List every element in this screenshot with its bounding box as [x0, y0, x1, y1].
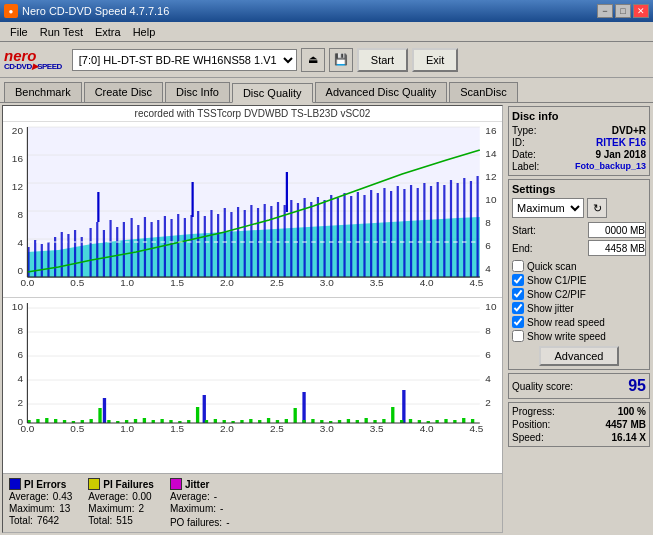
svg-rect-26: [54, 237, 56, 277]
svg-rect-82: [430, 186, 432, 277]
svg-rect-81: [423, 183, 425, 277]
svg-text:4.0: 4.0: [420, 423, 434, 433]
svg-text:3.0: 3.0: [320, 423, 334, 433]
svg-text:0: 0: [17, 265, 23, 275]
svg-text:2: 2: [485, 397, 491, 407]
svg-rect-34: [109, 220, 111, 277]
svg-text:4.5: 4.5: [470, 423, 484, 433]
svg-text:6: 6: [485, 240, 491, 250]
svg-rect-28: [67, 234, 69, 277]
minimize-button[interactable]: −: [597, 4, 613, 18]
svg-rect-65: [317, 197, 319, 277]
speed-select[interactable]: Maximum: [512, 198, 584, 218]
svg-rect-64: [310, 202, 312, 277]
svg-text:2.0: 2.0: [220, 423, 234, 433]
po-failures-label: PO failures:: [170, 517, 222, 528]
drive-selector[interactable]: [7:0] HL-DT-ST BD-RE WH16NS58 1.V1: [72, 49, 297, 71]
pi-errors-avg-label: Average:: [9, 491, 49, 502]
svg-text:12: 12: [12, 181, 23, 191]
jitter-max-label: Maximum:: [170, 503, 216, 514]
svg-rect-152: [249, 419, 252, 423]
svg-rect-91: [192, 182, 194, 217]
pi-failures-max-value: 2: [138, 503, 144, 514]
svg-rect-30: [81, 237, 83, 277]
tab-bar: Benchmark Create Disc Disc Info Disc Qua…: [0, 78, 653, 102]
svg-rect-41: [157, 220, 159, 277]
tab-scan-disc[interactable]: ScanDisc: [449, 82, 517, 102]
close-button[interactable]: ✕: [633, 4, 649, 18]
settings-refresh-button[interactable]: ↻: [587, 198, 607, 218]
date-label: Date:: [512, 149, 536, 160]
settings-section: Settings Maximum ↻ Start: End:: [508, 179, 650, 370]
svg-rect-88: [470, 181, 472, 277]
start-mb-input[interactable]: [588, 222, 646, 238]
window-title: Nero CD-DVD Speed 4.7.7.16: [22, 5, 169, 17]
svg-text:8: 8: [485, 325, 491, 335]
svg-text:4: 4: [485, 263, 491, 273]
pi-failures-avg-value: 0.00: [132, 491, 151, 502]
tab-disc-quality[interactable]: Disc Quality: [232, 83, 313, 103]
settings-title: Settings: [512, 183, 646, 195]
disc-info-section: Disc info Type: DVD+R ID: RITEK F16 Date…: [508, 106, 650, 176]
svg-rect-57: [264, 204, 266, 277]
svg-rect-39: [144, 217, 146, 277]
pi-failures-total-label: Total:: [88, 515, 112, 526]
svg-rect-40: [150, 222, 152, 277]
tab-create-disc[interactable]: Create Disc: [84, 82, 163, 102]
jitter-avg-value: -: [214, 491, 217, 502]
end-mb-input[interactable]: [588, 240, 646, 256]
show-c2-pif-checkbox[interactable]: [512, 288, 524, 300]
type-label: Type:: [512, 125, 536, 136]
svg-rect-42: [164, 216, 166, 277]
start-button[interactable]: Start: [357, 48, 408, 72]
show-jitter-checkbox[interactable]: [512, 302, 524, 314]
svg-rect-63: [304, 198, 306, 277]
show-read-speed-checkbox[interactable]: [512, 316, 524, 328]
tab-benchmark[interactable]: Benchmark: [4, 82, 82, 102]
show-write-speed-label: Show write speed: [527, 331, 606, 342]
svg-text:8: 8: [17, 325, 23, 335]
tab-advanced-disc-quality[interactable]: Advanced Disc Quality: [315, 82, 448, 102]
menu-help[interactable]: Help: [127, 25, 162, 39]
svg-rect-73: [370, 190, 372, 277]
svg-text:3.5: 3.5: [370, 423, 384, 433]
menu-extra[interactable]: Extra: [89, 25, 127, 39]
menu-bar: File Run Test Extra Help: [0, 22, 653, 42]
menu-file[interactable]: File: [4, 25, 34, 39]
save-button[interactable]: 💾: [329, 48, 353, 72]
svg-rect-55: [250, 205, 252, 277]
show-c2-pif-label: Show C2/PIF: [527, 289, 586, 300]
menu-run-test[interactable]: Run Test: [34, 25, 89, 39]
svg-rect-140: [143, 418, 146, 423]
quick-scan-checkbox[interactable]: [512, 260, 524, 272]
id-value: RITEK F16: [596, 137, 646, 148]
svg-rect-129: [45, 418, 48, 423]
quality-value: 95: [628, 377, 646, 395]
show-c1-pie-checkbox[interactable]: [512, 274, 524, 286]
svg-rect-89: [476, 176, 478, 277]
svg-text:2: 2: [17, 397, 23, 407]
quality-label: Quality score:: [512, 381, 573, 392]
svg-rect-66: [323, 200, 325, 277]
eject-button[interactable]: ⏏: [301, 48, 325, 72]
pi-failures-total-value: 515: [116, 515, 133, 526]
maximize-button[interactable]: □: [615, 4, 631, 18]
svg-rect-126: [402, 390, 405, 423]
svg-rect-46: [190, 215, 192, 277]
svg-rect-83: [437, 182, 439, 277]
legend: PI Errors Average: 0.43 Maximum: 13 Tota…: [3, 473, 502, 532]
show-write-speed-checkbox[interactable]: [512, 330, 524, 342]
svg-rect-78: [403, 189, 405, 277]
svg-text:12: 12: [485, 171, 496, 181]
exit-button[interactable]: Exit: [412, 48, 458, 72]
advanced-button[interactable]: Advanced: [539, 346, 620, 366]
quick-scan-label: Quick scan: [527, 261, 576, 272]
svg-rect-48: [204, 216, 206, 277]
svg-rect-31: [89, 228, 91, 277]
show-read-speed-label: Show read speed: [527, 317, 605, 328]
svg-text:3.0: 3.0: [320, 277, 334, 287]
tab-disc-info[interactable]: Disc Info: [165, 82, 230, 102]
svg-rect-125: [302, 392, 305, 423]
svg-rect-49: [210, 210, 212, 277]
svg-rect-85: [450, 180, 452, 277]
